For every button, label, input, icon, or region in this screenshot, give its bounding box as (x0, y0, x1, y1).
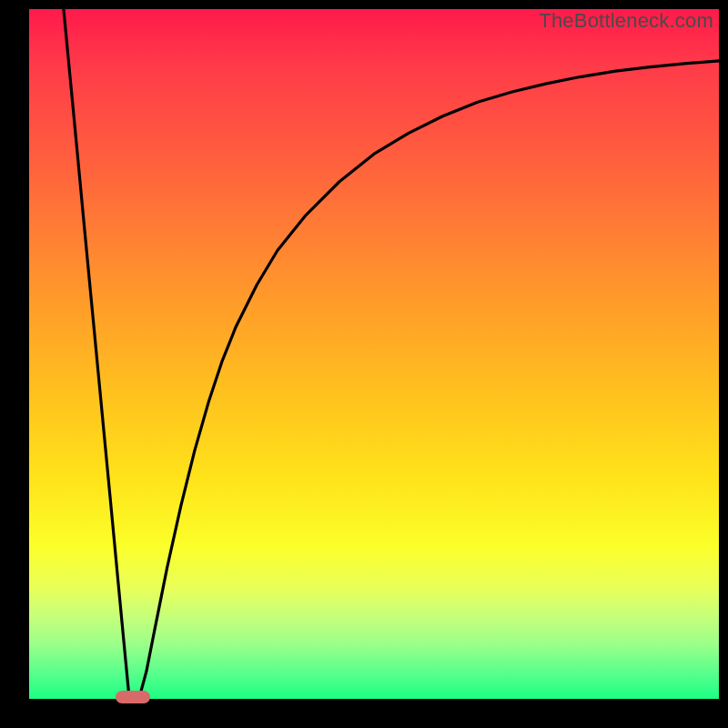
curve-left-branch (64, 9, 129, 697)
curve-layer (29, 9, 719, 699)
plot-area: TheBottleneck.com (29, 9, 719, 699)
chart-frame: TheBottleneck.com (0, 0, 728, 728)
optimum-marker (116, 691, 150, 703)
curve-right-branch (139, 61, 719, 697)
